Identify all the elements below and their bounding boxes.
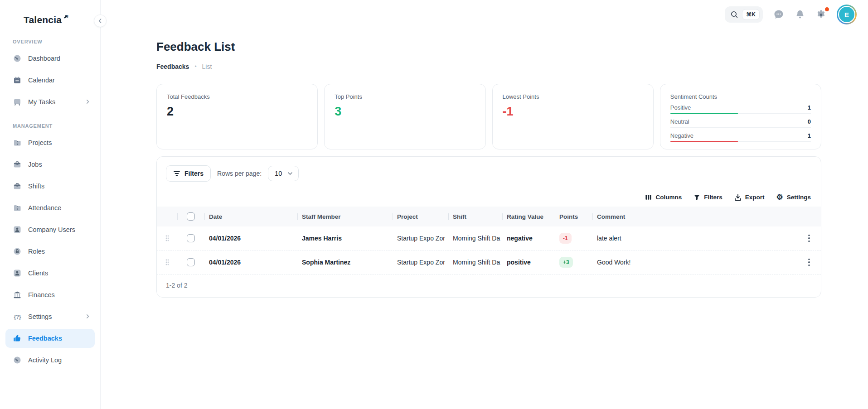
braces-question-icon: {?} bbox=[13, 312, 22, 321]
sidebar-item-jobs[interactable]: Jobs bbox=[5, 155, 95, 174]
points-badge: -1 bbox=[559, 233, 572, 244]
stat-label: Lowest Points bbox=[503, 93, 643, 100]
board-icon bbox=[13, 97, 22, 106]
sidebar-item-label: Attendance bbox=[28, 204, 61, 212]
cell-shift: Morning Shift Da bbox=[448, 259, 502, 266]
breadcrumb-list: List bbox=[202, 63, 212, 70]
settings-button[interactable] bbox=[815, 9, 827, 20]
sidebar-item-label: Projects bbox=[28, 139, 52, 146]
sentiment-bar-track bbox=[670, 113, 811, 114]
stat-value: 3 bbox=[335, 105, 475, 119]
rows-per-page-select[interactable]: 10 bbox=[268, 166, 299, 181]
drag-handle[interactable] bbox=[157, 235, 177, 242]
keyboard-shortcut-badge: ⌘K bbox=[742, 9, 760, 20]
cell-actions bbox=[786, 233, 821, 244]
columns-icon bbox=[645, 194, 652, 201]
header-comment[interactable]: Comment bbox=[592, 213, 786, 220]
cell-staff-member: Sophia Martinez bbox=[297, 259, 393, 266]
sidebar-item-label: Roles bbox=[28, 248, 45, 255]
breadcrumb-feedbacks[interactable]: Feedbacks bbox=[156, 63, 189, 70]
sidebar-item-label: Shifts bbox=[28, 183, 44, 190]
sidebar-item-projects[interactable]: Projects bbox=[5, 133, 95, 152]
stat-card-top-points: Top Points 3 bbox=[324, 84, 485, 149]
sidebar-item-label: Dashboard bbox=[28, 55, 60, 62]
search-icon bbox=[730, 10, 738, 19]
select-all-checkbox[interactable] bbox=[187, 212, 195, 221]
table-filters-button[interactable]: Filters bbox=[693, 193, 723, 201]
drag-dots-icon bbox=[165, 259, 170, 266]
funnel-icon bbox=[693, 194, 700, 201]
header-date[interactable]: Date bbox=[204, 213, 297, 220]
sidebar-item-company-users[interactable]: Company Users bbox=[5, 220, 95, 239]
sidebar-item-label: Settings bbox=[28, 313, 52, 320]
stat-label: Top Points bbox=[335, 93, 475, 100]
select-all-checkbox-cell bbox=[177, 212, 204, 221]
row-menu-button[interactable] bbox=[802, 257, 816, 268]
chevron-right-icon bbox=[85, 98, 90, 106]
brand-logo-icon bbox=[63, 14, 70, 23]
page-content: Feedback List Feedbacks • List Total Fee… bbox=[101, 29, 868, 298]
cell-points: +3 bbox=[555, 257, 592, 268]
export-button[interactable]: Export bbox=[734, 193, 765, 201]
row-checkbox-cell bbox=[177, 258, 204, 266]
sidebar-section-overview: OVERVIEW bbox=[5, 30, 95, 49]
sidebar-item-label: Feedbacks bbox=[28, 335, 62, 342]
sidebar-item-attendance[interactable]: Attendance bbox=[5, 198, 95, 217]
sidebar-item-roles[interactable]: Roles bbox=[5, 242, 95, 261]
table-header-row: Date Staff Member Project Shift Rating V… bbox=[157, 207, 821, 226]
briefcase-icon bbox=[13, 182, 22, 191]
table-toolbar: Columns Filters Export ⚙ Settings bbox=[157, 182, 821, 207]
sidebar-item-label: Finances bbox=[28, 291, 55, 298]
columns-button[interactable]: Columns bbox=[645, 193, 682, 201]
stat-card-total-feedbacks: Total Feedbacks 2 bbox=[156, 84, 318, 149]
row-checkbox[interactable] bbox=[187, 234, 195, 242]
sidebar-item-activity-log[interactable]: Activity Log bbox=[5, 351, 95, 370]
chat-button[interactable] bbox=[773, 9, 785, 20]
header-project[interactable]: Project bbox=[393, 213, 448, 220]
pagination-status: 1-2 of 2 bbox=[157, 274, 821, 297]
chevron-left-icon bbox=[97, 18, 103, 24]
sentiment-row-negative: Negative 1 bbox=[670, 132, 811, 142]
header-rating-value[interactable]: Rating Value bbox=[502, 213, 555, 220]
sidebar-item-shifts[interactable]: Shifts bbox=[5, 177, 95, 196]
sidebar-item-finances[interactable]: Finances bbox=[5, 285, 95, 304]
sentiment-bar-track bbox=[670, 141, 811, 142]
sidebar-item-clients[interactable]: Clients bbox=[5, 264, 95, 283]
sidebar-item-settings[interactable]: {?} Settings bbox=[5, 307, 95, 326]
table-row: 04/01/2026 Sophia Martinez Startup Expo … bbox=[157, 250, 821, 274]
gauge-icon bbox=[13, 54, 22, 63]
sentiment-bar-fill bbox=[670, 141, 738, 142]
sidebar-item-label: Activity Log bbox=[28, 356, 62, 364]
table-row: 04/01/2026 James Harris Startup Expo Zor… bbox=[157, 226, 821, 250]
row-checkbox[interactable] bbox=[187, 258, 195, 266]
bell-icon bbox=[795, 9, 805, 20]
header-staff-member[interactable]: Staff Member bbox=[297, 213, 393, 220]
row-menu-button[interactable] bbox=[802, 233, 816, 244]
sidebar-item-my-tasks[interactable]: My Tasks bbox=[5, 92, 95, 111]
search-button[interactable]: ⌘K bbox=[725, 6, 763, 23]
chevron-down-icon bbox=[287, 171, 293, 176]
topbar: ⌘K E bbox=[101, 0, 868, 29]
sidebar-item-feedbacks[interactable]: Feedbacks bbox=[5, 329, 95, 348]
table-settings-button[interactable]: ⚙ Settings bbox=[776, 193, 811, 201]
brand-logo[interactable]: Talencia bbox=[5, 11, 95, 30]
notifications-button[interactable] bbox=[795, 9, 805, 20]
breadcrumb-separator: • bbox=[194, 63, 196, 70]
main-area: ⌘K E Feedback List Feedbacks • List Tota… bbox=[101, 0, 868, 409]
sidebar-item-dashboard[interactable]: Dashboard bbox=[5, 49, 95, 68]
calendar-icon bbox=[13, 76, 22, 85]
sidebar-collapse-button[interactable] bbox=[94, 14, 107, 27]
folder-icon bbox=[13, 203, 22, 212]
header-points[interactable]: Points bbox=[555, 213, 592, 220]
sidebar-item-label: My Tasks bbox=[28, 98, 55, 106]
thumbs-up-icon bbox=[13, 334, 22, 343]
header-shift[interactable]: Shift bbox=[448, 213, 502, 220]
user-menu-button[interactable]: E bbox=[837, 5, 857, 24]
filters-button[interactable]: Filters bbox=[166, 165, 211, 182]
sidebar-item-label: Clients bbox=[28, 269, 48, 277]
drag-handle[interactable] bbox=[157, 259, 177, 266]
sidebar-item-calendar[interactable]: Calendar bbox=[5, 71, 95, 90]
cell-staff-member: James Harris bbox=[297, 235, 393, 242]
bank-icon bbox=[13, 290, 22, 299]
cell-points: -1 bbox=[555, 233, 592, 244]
